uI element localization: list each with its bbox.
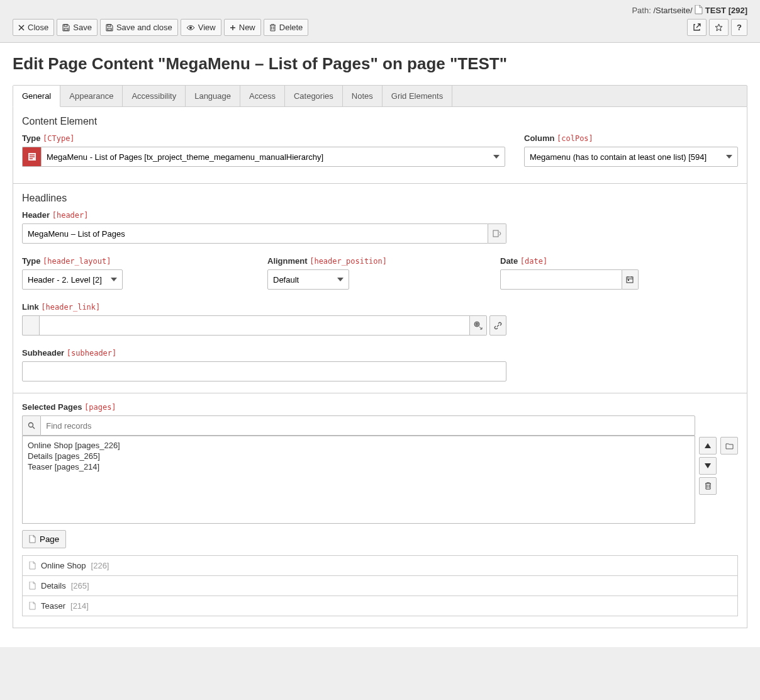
svg-rect-8 xyxy=(628,279,629,281)
link-wizard-button[interactable] xyxy=(489,315,506,336)
eye-icon xyxy=(186,25,195,31)
breadcrumb: Path: /Startseite/ TEST [292] xyxy=(13,5,747,15)
type-label: Type [CType] xyxy=(22,133,505,143)
svg-rect-1 xyxy=(64,28,68,30)
tab-access[interactable]: Access xyxy=(240,86,285,106)
page-icon xyxy=(29,582,36,590)
browse-records-button[interactable] xyxy=(720,437,738,454)
link-translate-button[interactable] xyxy=(470,315,487,336)
section-content-element: Content Element xyxy=(22,116,738,127)
tab-notes[interactable]: Notes xyxy=(343,86,383,106)
move-up-button[interactable] xyxy=(699,437,717,454)
svg-rect-0 xyxy=(64,25,67,26)
close-button[interactable]: Close xyxy=(13,19,54,36)
help-button[interactable]: ? xyxy=(731,19,747,36)
tab-language[interactable]: Language xyxy=(186,86,240,106)
page-title: Edit Page Content "MegaMenu – List of Pa… xyxy=(13,54,747,74)
date-label: Date [date] xyxy=(500,256,639,266)
page-ref-row[interactable]: Online Shop [226] xyxy=(22,555,738,576)
svg-rect-3 xyxy=(108,28,111,30)
close-icon xyxy=(18,25,25,31)
tab-appearance[interactable]: Appearance xyxy=(60,86,123,106)
translate-icon xyxy=(474,321,483,330)
list-item[interactable]: Online Shop [pages_226] xyxy=(28,440,690,451)
tab-grid-elements[interactable]: Grid Elements xyxy=(383,86,452,106)
list-item[interactable]: Details [pages_265] xyxy=(28,451,690,461)
external-icon xyxy=(693,23,701,31)
page-type-button[interactable]: Page xyxy=(22,530,66,548)
header-input[interactable] xyxy=(22,223,488,244)
svg-rect-2 xyxy=(108,25,111,26)
trash-icon xyxy=(705,482,712,490)
search-icon-addon xyxy=(22,415,40,436)
svg-rect-7 xyxy=(627,277,633,283)
triangle-up-icon xyxy=(705,443,711,448)
header-position-select[interactable]: Default xyxy=(267,269,349,290)
toggle-icon xyxy=(493,230,501,237)
svg-point-10 xyxy=(29,423,33,427)
link-icon xyxy=(494,322,502,330)
calendar-icon xyxy=(626,276,634,283)
folder-icon xyxy=(725,443,734,449)
toggle-header-button[interactable] xyxy=(488,223,506,244)
page-icon xyxy=(29,562,36,570)
move-down-button[interactable] xyxy=(699,457,717,475)
colpos-select[interactable]: Megamenu (has to contain at least one li… xyxy=(524,147,738,167)
header-type-label: Type [header_layout] xyxy=(22,256,123,266)
save-icon xyxy=(62,24,70,31)
remove-item-button[interactable] xyxy=(699,477,717,495)
ctype-icon[interactable] xyxy=(22,147,41,167)
star-icon xyxy=(715,23,723,31)
svg-point-4 xyxy=(189,26,192,29)
ctype-select[interactable]: MegaMenu - List of Pages [tx_project_the… xyxy=(41,147,505,167)
link-icon-indicator xyxy=(22,315,39,336)
tabs: General Appearance Accessibility Languag… xyxy=(13,85,747,107)
list-item[interactable]: Teaser [pages_214] xyxy=(28,461,690,472)
view-button[interactable]: View xyxy=(181,19,221,36)
new-button[interactable]: New xyxy=(224,19,261,36)
bookmark-button[interactable] xyxy=(709,19,729,36)
page-ref-row[interactable]: Details [265] xyxy=(22,575,738,596)
tab-accessibility[interactable]: Accessibility xyxy=(123,86,186,106)
link-label: Link [header_link] xyxy=(22,302,738,312)
header-layout-select[interactable]: Header - 2. Level [2] xyxy=(22,269,123,290)
search-icon xyxy=(28,422,35,429)
save-close-icon xyxy=(106,24,113,31)
save-and-close-button[interactable]: Save and close xyxy=(100,19,178,36)
page-ref-row[interactable]: Teaser [214] xyxy=(22,596,738,616)
date-input[interactable] xyxy=(500,269,622,290)
date-picker-button[interactable] xyxy=(622,269,639,290)
selected-pages-list[interactable]: Online Shop [pages_226] Details [pages_2… xyxy=(22,436,695,524)
subheader-label: Subheader [subheader] xyxy=(22,348,738,358)
find-records-input[interactable] xyxy=(40,415,695,436)
page-icon xyxy=(29,535,36,543)
save-button[interactable]: Save xyxy=(57,19,98,36)
page-icon xyxy=(29,602,36,610)
column-label: Column [colPos] xyxy=(524,133,738,143)
subheader-input[interactable] xyxy=(22,361,506,381)
section-headlines: Headlines xyxy=(22,193,738,204)
delete-button[interactable]: Delete xyxy=(264,19,309,36)
triangle-down-icon xyxy=(705,463,711,468)
selected-pages-label: Selected Pages [pages] xyxy=(22,402,738,412)
tab-general[interactable]: General xyxy=(13,86,60,107)
header-label: Header [header] xyxy=(22,210,738,220)
header-link-input[interactable] xyxy=(39,315,471,336)
page-icon xyxy=(695,5,703,14)
trash-icon xyxy=(269,24,276,31)
svg-rect-6 xyxy=(493,230,498,237)
open-external-button[interactable] xyxy=(687,19,707,36)
tab-categories[interactable]: Categories xyxy=(285,86,343,106)
help-icon: ? xyxy=(737,23,742,32)
alignment-label: Alignment [header_position] xyxy=(267,256,406,266)
plus-icon xyxy=(230,25,236,31)
